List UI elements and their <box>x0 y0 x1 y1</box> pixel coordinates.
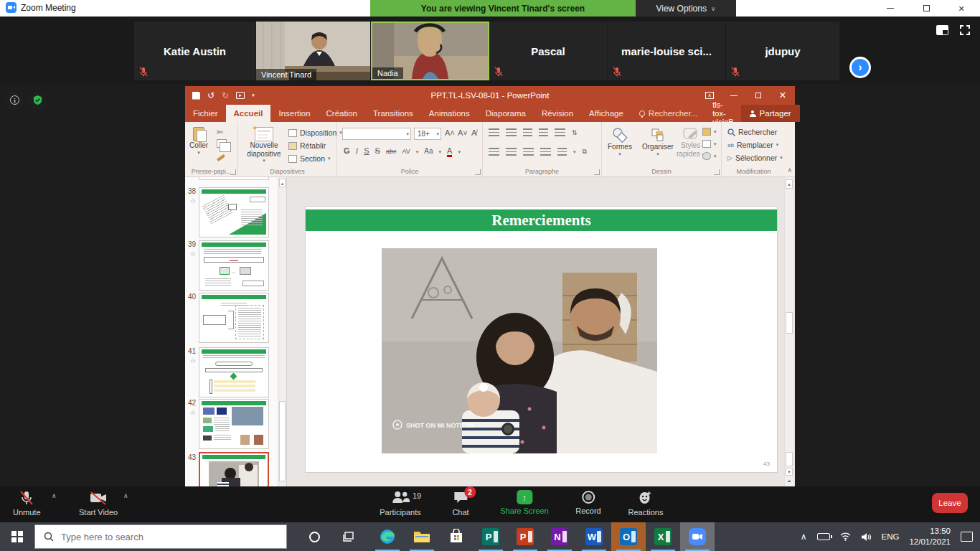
tab-transitions[interactable]: Transitions <box>365 105 421 122</box>
reset-button[interactable]: Rétablir <box>288 141 326 150</box>
underline-button[interactable]: S <box>364 146 369 155</box>
meeting-info-button[interactable]: i <box>6 92 23 108</box>
action-center-icon[interactable] <box>961 532 973 542</box>
tab-revision[interactable]: Révision <box>534 105 581 122</box>
cortana-button[interactable] <box>297 522 331 551</box>
thumbnail-slide-39[interactable]: ▬▬▬ → <box>199 240 269 291</box>
fullscreen-icon[interactable] <box>960 25 970 35</box>
family-photo[interactable]: SHOT ON MI NOTE 10 <box>382 248 657 453</box>
taskbar-outlook-active[interactable]: O <box>611 522 646 551</box>
participant-tile-pascal[interactable]: Pascal <box>489 22 607 80</box>
scrollbar-thumb-lower[interactable] <box>786 452 793 466</box>
battery-icon[interactable] <box>817 533 830 540</box>
thumbnail-slide-40[interactable] <box>199 293 269 343</box>
minimize-button[interactable] <box>876 0 905 17</box>
paste-button[interactable]: Coller ▾ <box>189 127 208 156</box>
participant-tile-vincent-tinard[interactable]: Vincent Tinard <box>256 22 370 80</box>
share-button[interactable]: Partager <box>741 105 800 122</box>
audio-options-caret[interactable]: ∧ <box>52 492 57 499</box>
account-name[interactable]: tls-tox-visioB <box>705 105 740 122</box>
video-options-caret[interactable]: ∧ <box>123 492 128 499</box>
share-screen-button[interactable]: ↑ Share Screen <box>500 490 548 515</box>
scrollbar-thumb[interactable] <box>279 401 286 481</box>
dialog-launcher-icon[interactable] <box>475 169 481 175</box>
taskbar-word[interactable]: W <box>577 522 611 551</box>
view-options-button[interactable]: View Options ∨ <box>636 0 736 17</box>
thumbnail-slide-38[interactable] <box>199 187 269 237</box>
tab-creation[interactable]: Création <box>319 105 365 122</box>
record-button[interactable]: Record <box>575 490 600 515</box>
arrange-button[interactable]: Organiser ▾ <box>642 127 674 157</box>
taskbar-clock[interactable]: 13:50 12/01/2021 <box>909 526 951 547</box>
close-button[interactable]: × <box>947 0 976 17</box>
tab-animations[interactable]: Animations <box>421 105 478 122</box>
reactions-button[interactable]: Reactions <box>628 490 664 517</box>
slide-scrollbar[interactable]: ▲ ▼ ⏶⏷ <box>784 177 793 486</box>
taskbar-store[interactable] <box>439 522 473 551</box>
shape-outline-button[interactable]: ▾ <box>702 140 717 148</box>
slide-title-banner[interactable]: Remerciements <box>306 209 777 231</box>
tab-fichier[interactable]: Fichier <box>185 105 226 122</box>
cut-button[interactable]: ✄ <box>217 128 223 137</box>
scroll-up-icon[interactable]: ▲ <box>786 179 793 189</box>
scroll-up-icon[interactable]: ▲ <box>279 179 286 187</box>
taskbar-powerpoint[interactable]: P <box>508 522 542 551</box>
start-button[interactable] <box>0 522 34 551</box>
clear-formatting-button[interactable]: A̸ <box>471 128 476 137</box>
taskbar-edge[interactable] <box>370 522 405 551</box>
align-center-button[interactable] <box>506 148 517 156</box>
columns-button[interactable] <box>557 148 567 156</box>
tab-insertion[interactable]: Insertion <box>270 105 318 122</box>
bullets-button[interactable] <box>489 128 499 136</box>
hidden-icons-chevron[interactable]: ∧ <box>801 532 807 542</box>
text-shadow-button[interactable]: abc <box>386 148 397 155</box>
decrease-indent-button[interactable] <box>523 128 532 136</box>
text-direction-button[interactable]: ⇅ <box>572 129 578 136</box>
font-color-button[interactable]: A <box>447 148 452 157</box>
select-button[interactable]: ▷ Sélectionner ▾ <box>727 154 783 162</box>
wifi-icon[interactable] <box>840 532 851 541</box>
quick-styles-button[interactable]: Styles rapides ▾ <box>677 127 705 158</box>
line-spacing-button[interactable] <box>555 128 565 136</box>
align-right-button[interactable] <box>523 148 534 156</box>
taskbar-search[interactable] <box>34 524 287 549</box>
participant-tile-katie-austin[interactable]: Katie Austin <box>134 22 255 80</box>
shape-fill-button[interactable]: ▾ <box>702 128 717 136</box>
start-video-button[interactable]: Start Video <box>79 490 118 517</box>
encryption-shield-button[interactable] <box>29 92 46 108</box>
task-view-button[interactable] <box>331 522 366 551</box>
scroll-down-icon[interactable]: ▼ <box>786 468 793 476</box>
dialog-launcher-icon[interactable] <box>594 169 600 175</box>
copy-button[interactable] <box>217 139 227 148</box>
change-case-button[interactable]: Aa <box>424 147 433 155</box>
ppt-close-button[interactable]: × <box>771 86 795 105</box>
bold-button[interactable]: G <box>344 146 350 155</box>
collapse-ribbon-button[interactable]: ∧ <box>787 166 792 174</box>
shape-effects-button[interactable]: ▾ <box>702 152 717 160</box>
dialog-launcher-icon[interactable] <box>714 169 720 175</box>
taskbar-publisher[interactable]: P <box>473 522 508 551</box>
thumbnail-slide-42[interactable] <box>199 399 269 449</box>
participant-tile-jdupuy[interactable]: jdupuy <box>726 22 839 80</box>
taskbar-excel[interactable]: X <box>646 522 680 551</box>
new-slide-button[interactable]: ✦ Nouvelle diapositive ▾ <box>244 127 284 164</box>
slide-canvas[interactable]: Remerciements <box>306 207 777 472</box>
find-button[interactable]: Rechercher <box>727 128 777 136</box>
ppt-restore-button[interactable] <box>746 86 771 105</box>
tab-affichage[interactable]: Affichage <box>581 105 631 122</box>
taskbar-onenote[interactable]: N <box>542 522 577 551</box>
participants-button[interactable]: 19 Participants <box>380 490 420 517</box>
strikethrough-button[interactable]: S <box>375 146 380 155</box>
justify-button[interactable] <box>540 148 551 156</box>
shrink-font-button[interactable]: A˅ <box>458 128 468 137</box>
next-participants-button[interactable]: › <box>849 57 871 78</box>
gallery-view-icon[interactable] <box>936 25 948 35</box>
language-indicator[interactable]: ENG <box>882 532 900 541</box>
italic-button[interactable]: I <box>356 146 359 155</box>
tab-diaporama[interactable]: Diaporama <box>478 105 534 122</box>
participant-tile-nadia[interactable]: Nadia <box>371 22 489 80</box>
volume-icon[interactable] <box>861 532 872 542</box>
font-size-combo[interactable]: 18+▾ <box>414 128 441 140</box>
unmute-button[interactable]: Unmute <box>13 490 41 517</box>
chat-button[interactable]: 2 Chat <box>452 490 468 517</box>
